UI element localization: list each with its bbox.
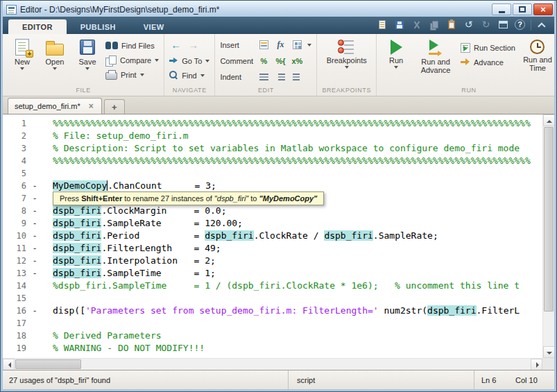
gutter-line[interactable]: 9-	[3, 217, 47, 230]
qat-switch-windows-icon[interactable]	[497, 19, 509, 31]
vertical-scroll-thumb[interactable]	[544, 127, 554, 312]
tab-editor[interactable]: EDITOR	[8, 19, 67, 34]
breakpoint-dash[interactable]: -	[26, 230, 43, 242]
run-and-time-button[interactable]: Run and Time	[519, 36, 554, 85]
line-number[interactable]: 7	[3, 192, 26, 205]
advance-button[interactable]: Advance	[461, 56, 515, 68]
save-dropdown-icon[interactable]	[85, 67, 89, 70]
gutter-line[interactable]: 17	[3, 317, 47, 330]
forward-button[interactable]: →	[188, 40, 198, 51]
breakpoint-dash[interactable]	[26, 330, 43, 342]
minimize-button[interactable]	[492, 3, 511, 15]
compare-button[interactable]: Compare	[105, 54, 159, 66]
line-number[interactable]: 4	[3, 155, 26, 167]
scroll-up-button[interactable]	[543, 114, 554, 126]
tab-close-icon[interactable]: ×	[87, 103, 95, 110]
line-number[interactable]: 14	[3, 280, 26, 292]
code-line-14[interactable]: %dspb_firi.SampleTime = 1 / (dspb_firi.C…	[53, 280, 554, 292]
gutter-line[interactable]: 18	[3, 330, 47, 342]
find-files-button[interactable]: Find Files	[105, 40, 159, 51]
qat-redo-icon[interactable]: ↻	[480, 19, 492, 31]
line-number[interactable]: 13	[3, 267, 26, 280]
gutter-line[interactable]: 11-	[3, 242, 47, 255]
goto-dropdown-icon[interactable]	[205, 60, 209, 62]
smart-indent-button[interactable]	[257, 71, 270, 83]
code-line-4[interactable]: %%%%%%%%%%%%%%%%%%%%%%%%%%%%%%%%%%%%%%%%…	[53, 155, 554, 167]
code-area[interactable]: %%%%%%%%%%%%%%%%%%%%%%%%%%%%%%%%%%%%%%%%…	[47, 114, 554, 370]
tab-view[interactable]: VIEW	[130, 19, 178, 34]
print-dropdown-icon[interactable]	[140, 74, 144, 76]
open-dropdown-icon[interactable]	[53, 67, 57, 70]
breakpoints-button[interactable]: Breakpoints	[325, 36, 369, 85]
code-line-12[interactable]: dspb_firi.Interpolation = 2;	[53, 255, 554, 267]
titlebar[interactable]: Editor - D:\Designs\MyFirstDesign\setup_…	[3, 1, 554, 17]
gutter-line[interactable]: 12-	[3, 255, 47, 267]
run-dropdown-icon[interactable]	[394, 66, 398, 69]
code-line-10[interactable]: dspb_firi.Period = dspb_firi.ClockRate /…	[53, 230, 554, 242]
code-line-16[interactable]: disp(['Parameters set from setup_demo_fi…	[53, 305, 554, 317]
breakpoint-dash[interactable]: -	[26, 205, 43, 217]
code-line-2[interactable]: % File: setup_demo_firi.m	[53, 130, 554, 142]
scroll-right-button[interactable]	[531, 359, 542, 370]
code-line-15[interactable]	[53, 292, 554, 305]
new-dropdown-icon[interactable]	[20, 67, 24, 70]
code-line-18[interactable]: % Derived Parameters	[53, 330, 554, 342]
horizontal-scroll-track[interactable]	[15, 359, 531, 370]
line-number[interactable]: 5	[3, 167, 26, 180]
line-number[interactable]: 2	[3, 130, 26, 142]
goto-button[interactable]: Go To	[169, 55, 209, 67]
breakpoint-dash[interactable]	[26, 342, 43, 355]
open-button[interactable]: Open	[40, 36, 69, 85]
code-line-11[interactable]: dspb_firi.FilterLength = 49;	[53, 242, 554, 255]
gutter-line[interactable]: 8-	[3, 205, 47, 217]
run-section-button[interactable]: Run Section	[461, 42, 515, 53]
line-number[interactable]: 6	[3, 180, 26, 192]
horizontal-scroll-thumb[interactable]	[15, 359, 81, 369]
scroll-left-button[interactable]	[3, 359, 15, 370]
indent-left-button[interactable]	[291, 71, 303, 83]
breakpoint-dash[interactable]: -	[26, 255, 43, 267]
vertical-scrollbar[interactable]	[542, 114, 554, 358]
code-line-13[interactable]: dspb_firi.SampleTime = 1;	[53, 267, 554, 280]
line-number[interactable]: 19	[3, 342, 26, 355]
code-line-1[interactable]: %%%%%%%%%%%%%%%%%%%%%%%%%%%%%%%%%%%%%%%%…	[53, 117, 554, 130]
line-number[interactable]: 16	[3, 305, 26, 317]
line-number[interactable]: 8	[3, 205, 26, 217]
gutter-line[interactable]: 1	[3, 117, 47, 130]
horizontal-scrollbar[interactable]	[3, 358, 542, 370]
scroll-down-button[interactable]	[543, 346, 554, 358]
line-number[interactable]: 10	[3, 230, 26, 242]
tab-publish[interactable]: PUBLISH	[67, 19, 130, 34]
qat-new-script-icon[interactable]	[376, 19, 388, 31]
breakpoint-dash[interactable]	[26, 142, 43, 155]
gutter-line[interactable]: 5	[3, 167, 47, 180]
line-number[interactable]: 18	[3, 330, 26, 342]
find-button[interactable]: Find	[169, 69, 209, 81]
close-button[interactable]: ×	[533, 3, 553, 15]
breakpoint-dash[interactable]: -	[26, 192, 43, 205]
code-line-19[interactable]: % WARNING - DO NOT MODIFY!!!	[53, 342, 554, 355]
line-number[interactable]: 9	[3, 217, 26, 230]
breakpoint-dash[interactable]	[26, 280, 43, 292]
collapse-ribbon-icon[interactable]	[537, 19, 549, 31]
maximize-button[interactable]	[513, 3, 532, 15]
gutter-line[interactable]: 2	[3, 130, 47, 142]
line-number[interactable]: 1	[3, 117, 26, 130]
gutter-line[interactable]: 15	[3, 292, 47, 305]
save-button[interactable]: Save	[73, 36, 102, 85]
uncomment-button[interactable]: x%	[291, 56, 303, 67]
breakpoint-dash[interactable]	[26, 117, 43, 130]
gutter-line[interactable]: 7-	[3, 192, 47, 205]
code-line-3[interactable]: % Description: Script to set variables i…	[53, 142, 554, 155]
line-number[interactable]: 11	[3, 242, 26, 255]
qat-help-icon[interactable]: ?	[515, 19, 525, 30]
insert-function-button[interactable]: fx	[274, 40, 286, 51]
gutter-line[interactable]: 13-	[3, 267, 47, 280]
new-tab-button[interactable]: +	[104, 99, 125, 114]
gutter-line[interactable]: 3	[3, 142, 47, 155]
breakpoint-dash[interactable]: -	[26, 180, 43, 192]
code-line-17[interactable]	[53, 317, 554, 330]
back-button[interactable]: ←	[171, 40, 181, 51]
new-button[interactable]: + New	[8, 36, 37, 85]
find-dropdown-icon[interactable]	[200, 74, 205, 77]
